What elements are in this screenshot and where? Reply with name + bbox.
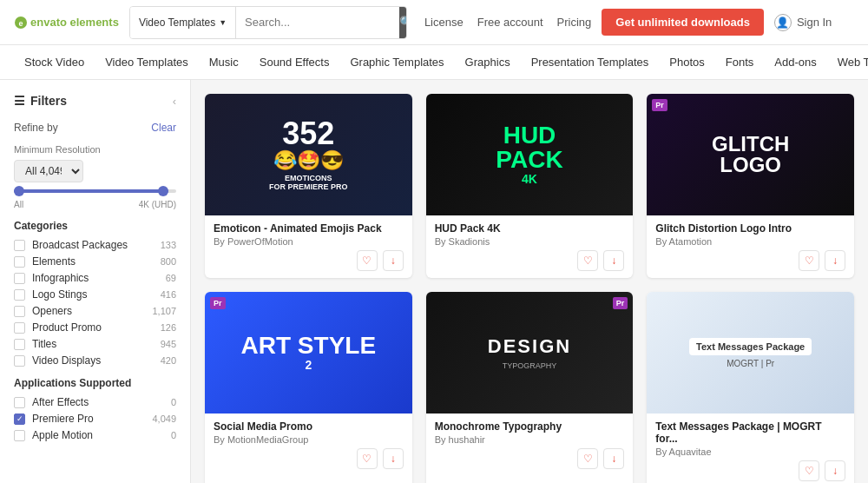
app-item-after-effects[interactable]: After Effects 0 xyxy=(14,396,176,408)
card-author-hud: By Skadionis xyxy=(435,236,625,247)
card-thumbnail-text-msg[interactable]: Text Messages Package MOGRT | Pr xyxy=(647,292,854,414)
sign-in[interactable]: 👤 Sign In xyxy=(774,14,832,31)
nav-stock-video[interactable]: Stock Video xyxy=(14,45,95,80)
app-count-apple-motion: 0 xyxy=(171,430,176,440)
refine-row: Refine by Clear xyxy=(14,122,176,134)
nav-web-templates[interactable]: Web Templates xyxy=(827,45,868,80)
cat-label-logo-stings: Logo Stings xyxy=(32,288,154,301)
card-typography: DESIGN TYPOGRAPHY Pr Monochrome Typograp… xyxy=(426,292,634,483)
sidebar: ☰ Filters ‹ Refine by Clear Minimum Reso… xyxy=(0,80,191,483)
bookmark-button-social[interactable]: ♡ xyxy=(357,448,378,469)
cat-item-logo-stings[interactable]: Logo Stings 416 xyxy=(14,288,176,301)
cat-checkbox-openers[interactable] xyxy=(14,306,25,317)
app-item-premiere-pro[interactable]: ✓ Premiere Pro 4,049 xyxy=(14,413,176,425)
cat-checkbox-elements[interactable] xyxy=(14,256,25,268)
free-account-link[interactable]: Free account xyxy=(477,16,543,29)
cat-label-broadcast: Broadcast Packages xyxy=(32,239,154,251)
card-thumbnail-glitch[interactable]: GLITCHLOGO Pr xyxy=(647,94,854,215)
license-link[interactable]: License xyxy=(424,16,464,29)
cat-checkbox-product-promo[interactable] xyxy=(14,322,25,334)
main-nav: Stock Video Video Templates Music Sound … xyxy=(0,45,868,80)
search-button[interactable]: 🔍 xyxy=(399,7,407,38)
collapse-sidebar-button[interactable]: ‹ xyxy=(173,95,176,108)
cat-label-video-displays: Video Displays xyxy=(32,354,154,367)
app-checkbox-after-effects[interactable] xyxy=(14,397,25,408)
slider-label-right: 4K (UHD) xyxy=(139,200,176,209)
logo[interactable]: e envato elements xyxy=(14,16,119,30)
card-thumbnail-hud[interactable]: HUDPACK 4K xyxy=(426,94,634,215)
content-area: 352 😂🤩😎 EMOTICONSFOR PREMIERE PRO Emotic… xyxy=(191,80,868,483)
slider-thumb-right[interactable] xyxy=(158,186,168,196)
card-thumbnail-typography[interactable]: DESIGN TYPOGRAPHY Pr xyxy=(426,292,634,414)
card-thumbnail-social[interactable]: ART STYLE 2 Pr xyxy=(205,292,412,414)
resolution-slider[interactable]: All 4K (UHD) xyxy=(14,189,176,209)
download-button-emoticon[interactable]: ↓ xyxy=(383,250,404,271)
app-checkbox-apple-motion[interactable] xyxy=(14,430,25,441)
download-button-text-msg[interactable]: ↓ xyxy=(825,460,845,481)
get-unlimited-button[interactable]: Get unlimited downloads xyxy=(602,9,764,36)
cat-checkbox-infographics[interactable] xyxy=(14,273,25,284)
nav-photos[interactable]: Photos xyxy=(659,45,714,80)
cards-grid: 352 😂🤩😎 EMOTICONSFOR PREMIERE PRO Emotic… xyxy=(205,94,854,483)
slider-fill xyxy=(14,189,168,193)
app-checkbox-premiere-pro[interactable]: ✓ xyxy=(14,414,25,425)
card-title-glitch: Glitch Distortion Logo Intro xyxy=(655,222,845,235)
svg-text:e: e xyxy=(18,19,23,28)
nav-video-templates[interactable]: Video Templates xyxy=(95,45,199,80)
slider-thumb-left[interactable] xyxy=(14,186,24,196)
thumb-content-glitch: GLITCHLOGO xyxy=(647,94,854,215)
cat-item-openers[interactable]: Openers 1,107 xyxy=(14,305,176,317)
cat-item-titles[interactable]: Titles 945 xyxy=(14,338,176,350)
sign-in-label: Sign In xyxy=(797,16,832,29)
nav-add-ons[interactable]: Add-ons xyxy=(764,45,826,80)
app-item-apple-motion[interactable]: Apple Motion 0 xyxy=(14,429,176,441)
nav-presentation-templates[interactable]: Presentation Templates xyxy=(521,45,660,80)
search-input[interactable] xyxy=(236,7,399,38)
bookmark-button-emoticon[interactable]: ♡ xyxy=(357,250,378,271)
clear-filter-link[interactable]: Clear xyxy=(151,122,176,134)
cat-count-video-displays: 420 xyxy=(161,355,176,366)
logo-icon: e xyxy=(14,16,28,30)
bookmark-button-glitch[interactable]: ♡ xyxy=(799,250,819,271)
nav-sound-effects[interactable]: Sound Effects xyxy=(249,45,340,80)
bookmark-button-hud[interactable]: ♡ xyxy=(577,250,598,271)
download-button-social[interactable]: ↓ xyxy=(383,448,404,469)
card-thumb-wrap-typography: DESIGN TYPOGRAPHY Pr xyxy=(426,292,634,414)
categories-title: Categories xyxy=(14,220,176,232)
card-body-typography: Monochrome Typography By hushahir ♡ ↓ xyxy=(426,414,634,476)
search-dropdown[interactable]: Video Templates ▼ xyxy=(130,7,236,38)
nav-fonts[interactable]: Fonts xyxy=(715,45,765,80)
header: e envato elements Video Templates ▼ 🔍 Li… xyxy=(0,0,868,45)
app-count-premiere-pro: 4,049 xyxy=(152,414,176,424)
cat-checkbox-broadcast[interactable] xyxy=(14,240,25,251)
slider-labels: All 4K (UHD) xyxy=(14,200,176,209)
cat-item-broadcast[interactable]: Broadcast Packages 133 xyxy=(14,239,176,251)
card-actions-emoticon: ♡ ↓ xyxy=(214,250,404,271)
nav-graphics[interactable]: Graphics xyxy=(455,45,521,80)
bookmark-button-typography[interactable]: ♡ xyxy=(577,448,598,469)
resolution-select[interactable]: All 4,049 xyxy=(14,160,83,182)
cat-item-infographics[interactable]: Infographics 69 xyxy=(14,272,176,284)
thumb-content-social: ART STYLE 2 xyxy=(205,292,412,414)
cat-item-elements[interactable]: Elements 800 xyxy=(14,255,176,268)
cat-checkbox-logo-stings[interactable] xyxy=(14,289,25,301)
badge-pr-social: Pr xyxy=(210,297,226,309)
pricing-link[interactable]: Pricing xyxy=(557,16,592,29)
app-label-apple-motion: Apple Motion xyxy=(32,429,164,441)
cat-checkbox-titles[interactable] xyxy=(14,339,25,350)
card-actions-hud: ♡ ↓ xyxy=(435,250,625,271)
download-button-glitch[interactable]: ↓ xyxy=(825,250,845,271)
download-button-hud[interactable]: ↓ xyxy=(603,250,624,271)
apps-title: Applications Supported xyxy=(14,377,176,389)
cat-item-product-promo[interactable]: Product Promo 126 xyxy=(14,321,176,334)
cat-checkbox-video-displays[interactable] xyxy=(14,355,25,367)
search-bar: Video Templates ▼ 🔍 xyxy=(129,6,407,39)
nav-music[interactable]: Music xyxy=(199,45,249,80)
download-button-typography[interactable]: ↓ xyxy=(603,448,624,469)
logo-text: envato elements xyxy=(30,16,119,29)
cat-item-video-displays[interactable]: Video Displays 420 xyxy=(14,354,176,367)
card-thumbnail-emoticon[interactable]: 352 😂🤩😎 EMOTICONSFOR PREMIERE PRO xyxy=(205,94,412,215)
nav-graphic-templates[interactable]: Graphic Templates xyxy=(339,45,454,80)
bookmark-button-text-msg[interactable]: ♡ xyxy=(799,460,819,481)
cat-count-product-promo: 126 xyxy=(161,322,176,333)
